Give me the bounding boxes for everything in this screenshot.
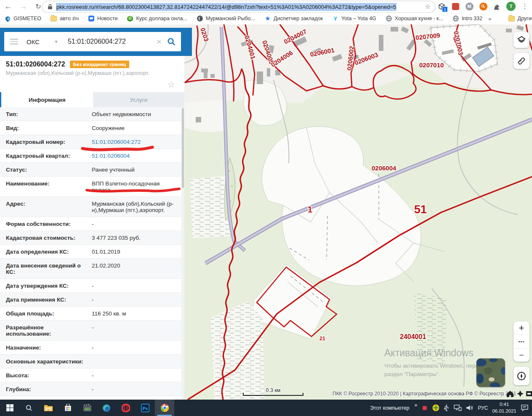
chrome-menu-icon[interactable]: ⋮ — [520, 2, 529, 11]
photoshop-button[interactable]: Ps — [136, 400, 155, 416]
info-row-value[interactable]: 51:01:0206004 — [90, 149, 181, 162]
bookmark-item[interactable]: Intro 332 — [452, 15, 482, 22]
bookmark-star-icon[interactable]: ☆ — [425, 3, 431, 11]
info-row: Протяжённость:- — [0, 396, 181, 400]
search-input[interactable]: 51:01:0206004:272 — [68, 38, 157, 45]
label-district-1: 1 — [308, 205, 312, 214]
layers-button[interactable] — [513, 32, 529, 48]
label-district-51: 51 — [414, 203, 427, 216]
puzzle-extension-icon[interactable] — [492, 2, 502, 11]
cube-extension-icon[interactable]: 1 — [437, 2, 446, 11]
scrollbar-thumb[interactable] — [182, 108, 184, 188]
info-row-value: Сооружение — [90, 121, 181, 135]
network-icon[interactable] — [454, 405, 462, 411]
opera-button[interactable] — [116, 400, 136, 416]
bookmark-label: Хорошая кухня - к... — [395, 16, 443, 21]
microsoft-store-button[interactable] — [58, 400, 77, 416]
info-row-label: Высота: — [0, 368, 90, 382]
info-row: Глубина:- — [0, 382, 181, 396]
tab-services[interactable]: Услуги — [93, 92, 185, 107]
info-row-value: - — [90, 396, 181, 400]
usb-icon[interactable] — [444, 404, 450, 411]
forward-icon[interactable]: → — [18, 1, 29, 12]
tray-expand-icon[interactable]: » — [415, 402, 418, 408]
locate-button[interactable] — [513, 367, 529, 385]
shield-green-icon[interactable] — [432, 404, 439, 411]
info-row-label: Тип: — [0, 107, 90, 121]
svg-text:Ps: Ps — [143, 405, 148, 411]
search-icon[interactable] — [167, 37, 176, 46]
info-row: Наименование:ВПП Взлетно-посадочная поло… — [0, 177, 181, 197]
language-indicator[interactable]: РУС — [478, 405, 488, 411]
address-bar[interactable]: pkk.rosreestr.ru/#/search/68.80023004138… — [42, 1, 435, 13]
zoom-in-button[interactable]: + — [513, 321, 529, 334]
info-row: Высота:- — [0, 368, 181, 382]
info-row-label: Статус: — [0, 163, 90, 176]
collapse-panel-icon[interactable]: ‹ — [528, 34, 530, 43]
bookmark-item[interactable]: Курс доллара онла... — [127, 15, 187, 22]
chevron-down-icon[interactable]: ▼ — [54, 39, 59, 44]
bookmark-item[interactable]: GISMETEO — [4, 15, 41, 22]
start-button[interactable] — [0, 400, 19, 416]
bookmark-item[interactable]: Мурманский Рыбо... — [197, 15, 255, 22]
info-row-label: Дата определения КС: — [0, 245, 90, 258]
map-canvas[interactable]: ++++ — [184, 24, 532, 400]
info-panel: Информация Услуги Тип:Объект недвижимост… — [0, 92, 184, 400]
overview-minimap[interactable] — [476, 358, 505, 387]
svg-text:321: 321 — [84, 407, 90, 411]
info-row-label: Кадастровый номер: — [0, 135, 90, 148]
bookmark-item[interactable]: Хорошая кухня - к... — [386, 15, 443, 22]
chrome-button[interactable] — [155, 400, 174, 416]
folder-favicon — [51, 15, 57, 22]
bookmark-label: Курс доллара онла... — [136, 16, 187, 21]
info-row-value: 116 250 кв. м — [90, 307, 181, 320]
taskbar-search-button[interactable] — [19, 400, 39, 416]
info-row-value[interactable]: 51:01:0206004:272 — [90, 135, 181, 148]
m-extension-icon[interactable]: M — [465, 2, 474, 11]
info-row-value: Ранее учтенный — [90, 163, 181, 176]
info-row: Кадастровый номер:51:01:0206004:272 — [0, 135, 181, 149]
favorite-star-icon[interactable]: ☆ — [168, 79, 175, 90]
volume-icon[interactable] — [466, 405, 473, 411]
file-explorer-button[interactable] — [39, 400, 58, 416]
bookmarks-overflow-icon[interactable]: » — [488, 16, 491, 22]
star-favicon: ★ — [264, 15, 271, 22]
action-center-icon[interactable] — [521, 404, 529, 411]
bookmark-label: Intro 332 — [462, 16, 482, 21]
profile-avatar[interactable]: T — [506, 2, 516, 11]
info-row-label: Дата утверждения КС: — [0, 279, 90, 292]
screen: ← → ↻ pkk.rosreestr.ru/#/search/68.80023… — [0, 0, 532, 416]
zoom-more-button[interactable]: ••• — [513, 334, 529, 348]
info-row-label: Протяжённость: — [0, 396, 90, 400]
other-bookmarks[interactable]: Другие закладки — [508, 15, 532, 22]
klite-321-player-button[interactable]: 321 — [77, 400, 97, 416]
clock[interactable]: 0:41 06.01.2021 — [492, 401, 516, 414]
red-extension-icon[interactable] — [451, 2, 460, 11]
search-box[interactable]: ОКС ▼ 51:01:0206004:272 × — [4, 32, 181, 51]
search-result-card[interactable]: 51:01:0206004:272 Без координат границ М… — [0, 56, 184, 93]
zoom-out-button[interactable]: − — [513, 348, 529, 362]
bookmark-item[interactable]: YYota – Yota 4G — [332, 15, 376, 22]
magnifier-extension-icon[interactable] — [479, 2, 488, 11]
menu-icon[interactable] — [10, 39, 18, 45]
info-row: Общая площадь:116 250 кв. м — [0, 307, 181, 321]
antivirus-red-icon[interactable] — [421, 405, 428, 411]
search-category-select[interactable]: ОКС — [27, 38, 40, 45]
clear-search-icon[interactable]: × — [157, 37, 162, 47]
bookmark-label: Новости — [97, 16, 117, 21]
url-text[interactable]: pkk.rosreestr.ru/#/search/68.80023004138… — [56, 3, 396, 11]
page-content: ++++ — [0, 24, 532, 400]
bookmark-item[interactable]: ★Диспетчер закладок — [264, 15, 323, 22]
info-row-value: - — [90, 321, 181, 334]
measure-button[interactable] — [513, 53, 529, 69]
bookmark-label: авто з\ч — [60, 16, 79, 21]
tab-information[interactable]: Информация — [1, 92, 93, 107]
edge-button[interactable] — [97, 400, 116, 416]
bookmark-item[interactable]: Новости — [88, 15, 117, 22]
back-icon[interactable]: ← — [3, 1, 13, 12]
bookmark-item[interactable]: авто з\ч — [51, 15, 79, 22]
info-row-label: Наименование: — [0, 177, 90, 190]
desktop-toolbar-label[interactable]: Этот компьютер — [370, 405, 409, 411]
panel-scrollbar[interactable] — [181, 107, 184, 400]
globe-favicon — [452, 15, 459, 22]
